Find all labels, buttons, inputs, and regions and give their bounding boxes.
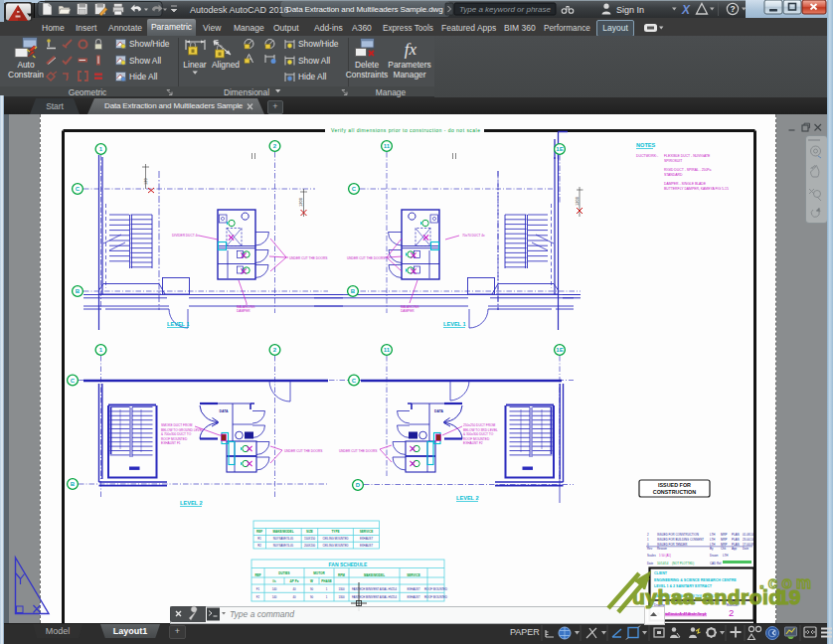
svg-text:Dimensional: Dimensional <box>224 87 269 97</box>
svg-text:Show/Hide: Show/Hide <box>129 39 170 49</box>
svg-text:Featured Apps: Featured Apps <box>441 23 496 33</box>
svg-text:Delete: Delete <box>355 60 380 70</box>
svg-text:Annotate: Annotate <box>108 23 142 33</box>
svg-text:Parameters: Parameters <box>388 60 430 70</box>
svg-text:Hide All: Hide All <box>298 72 327 81</box>
svg-text:Geometric: Geometric <box>69 87 107 97</box>
svg-text:Aligned: Aligned <box>212 60 240 70</box>
svg-text:Show All: Show All <box>129 56 161 66</box>
svg-text:Performance: Performance <box>544 24 590 33</box>
svg-text:Manage: Manage <box>376 87 407 97</box>
svg-text:Auto: Auto <box>17 60 35 70</box>
svg-text:Sign In: Sign In <box>616 5 644 15</box>
svg-text:Express Tools: Express Tools <box>383 24 433 33</box>
svg-text:?: ? <box>730 4 735 14</box>
svg-text:Constrain: Constrain <box>8 70 44 80</box>
svg-text:Insert: Insert <box>76 23 97 33</box>
svg-text:fx: fx <box>405 40 417 59</box>
svg-text:Add-ins: Add-ins <box>314 23 343 33</box>
svg-text:View: View <box>203 23 222 33</box>
svg-text:Manager: Manager <box>393 70 425 80</box>
svg-text:Hide All: Hide All <box>129 72 158 81</box>
svg-text:Constraints: Constraints <box>346 70 388 80</box>
svg-text:Show All: Show All <box>298 56 330 66</box>
svg-text:BIM 360: BIM 360 <box>504 23 536 33</box>
svg-text:Type a keyword or phrase: Type a keyword or phrase <box>459 5 551 14</box>
svg-text:Data Extraction and Multileade: Data Extraction and Multileaders Sample.… <box>286 5 443 14</box>
svg-text:Manage: Manage <box>234 23 264 33</box>
svg-text:Output: Output <box>273 23 299 33</box>
svg-text:Autodesk AutoCAD 2016: Autodesk AutoCAD 2016 <box>190 5 289 15</box>
svg-text:Linear: Linear <box>183 60 206 70</box>
svg-text:Show/Hide: Show/Hide <box>298 39 339 49</box>
svg-text:A360: A360 <box>352 23 372 33</box>
svg-text:X: X <box>681 3 691 17</box>
svg-text:Home: Home <box>42 23 65 33</box>
